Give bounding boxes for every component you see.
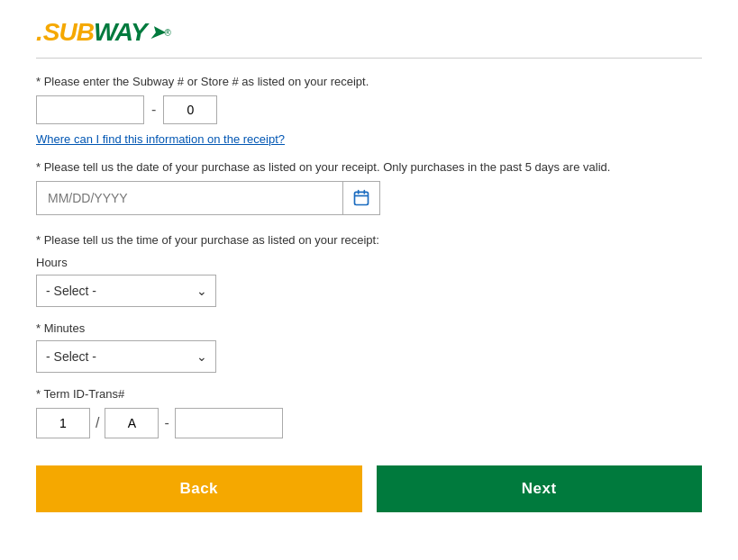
page-container: . SUB WAY ➤ ® * Please enter the Subway … xyxy=(0,0,738,548)
logo-sub: SUB xyxy=(43,18,94,47)
time-section-label: * Please tell us the time of your purcha… xyxy=(36,233,702,247)
term-section: * Term ID-Trans# / - xyxy=(36,387,702,438)
term-trans-number-input[interactable] xyxy=(175,408,283,438)
back-button[interactable]: Back xyxy=(36,465,362,512)
minutes-select-wrapper: - Select - 00 15 30 45 ⌄ xyxy=(36,340,216,373)
calendar-button[interactable] xyxy=(342,181,380,215)
term-slash-separator: / xyxy=(96,415,99,431)
logo-area: . SUB WAY ➤ ® xyxy=(36,18,702,59)
store-sub-number-input[interactable] xyxy=(163,95,217,124)
store-row: - xyxy=(36,95,702,124)
help-link[interactable]: Where can I find this information on the… xyxy=(36,132,285,146)
minutes-label: * Minutes xyxy=(36,321,702,335)
button-row: Back Next xyxy=(36,465,702,512)
date-section-label: * Please tell us the date of your purcha… xyxy=(36,160,702,174)
logo-arrow-icon: ➤ xyxy=(149,21,165,44)
store-section-label: * Please enter the Subway # or Store # a… xyxy=(36,75,702,88)
term-trans-letter-input[interactable] xyxy=(105,408,159,438)
term-dash-separator: - xyxy=(164,415,169,431)
hours-select-wrapper: - Select - 1 2 3 4 5 6 7 8 9 10 11 12 ⌄ xyxy=(36,275,216,307)
term-row: / - xyxy=(36,408,702,438)
next-button[interactable]: Next xyxy=(377,465,703,512)
hours-label: Hours xyxy=(36,256,702,269)
logo-way: WAY xyxy=(94,18,147,47)
store-separator: - xyxy=(151,102,156,118)
minutes-select[interactable]: - Select - 00 15 30 45 xyxy=(36,340,216,373)
subway-logo: . SUB WAY ➤ ® xyxy=(36,18,702,47)
term-section-label: * Term ID-Trans# xyxy=(36,387,702,401)
logo-dot: . xyxy=(36,18,43,47)
date-section: * Please tell us the date of your purcha… xyxy=(36,160,702,215)
date-input[interactable] xyxy=(36,181,342,215)
store-number-input[interactable] xyxy=(36,95,144,124)
term-id-input[interactable] xyxy=(36,408,90,438)
svg-rect-0 xyxy=(355,192,369,204)
date-row xyxy=(36,181,702,215)
calendar-icon xyxy=(352,189,370,207)
hours-select[interactable]: - Select - 1 2 3 4 5 6 7 8 9 10 11 12 xyxy=(36,275,216,307)
time-section: * Please tell us the time of your purcha… xyxy=(36,233,702,373)
logo-registered-icon: ® xyxy=(165,28,171,38)
